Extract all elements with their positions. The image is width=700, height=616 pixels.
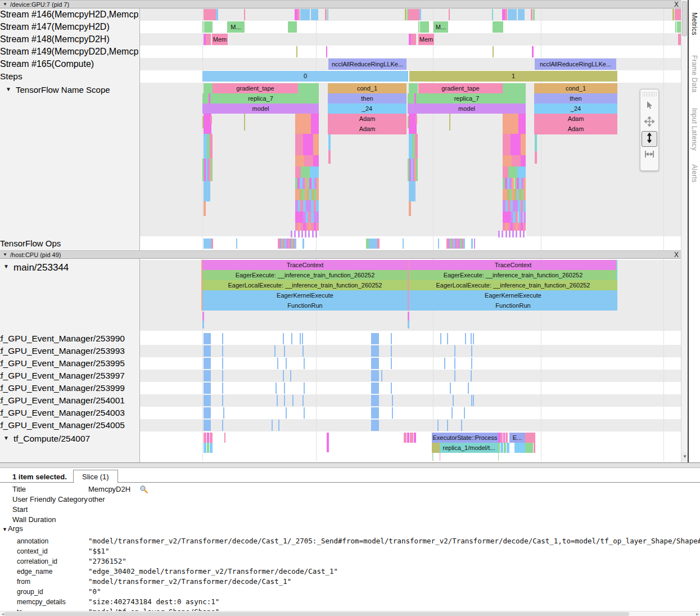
trace-event[interactable]: cond_1 <box>534 83 617 93</box>
trace-event[interactable] <box>210 134 213 159</box>
trace-event[interactable] <box>512 155 521 167</box>
trace-event[interactable] <box>244 9 245 20</box>
trace-event[interactable] <box>525 433 535 443</box>
trace-event[interactable] <box>283 333 284 344</box>
trace-event[interactable] <box>511 212 526 223</box>
trace-event[interactable] <box>414 93 416 104</box>
trace-event[interactable]: ExecutorState::Process <box>432 433 498 443</box>
trace-event[interactable] <box>391 358 392 369</box>
trace-event[interactable] <box>277 395 278 406</box>
trace-event[interactable] <box>207 443 209 453</box>
trace-event[interactable] <box>222 395 223 406</box>
trace-event[interactable] <box>473 395 474 406</box>
trace-event[interactable] <box>369 239 377 249</box>
trace-event[interactable] <box>295 155 304 167</box>
trace-event[interactable] <box>503 167 508 178</box>
trace-event[interactable] <box>301 167 310 178</box>
tab-alerts[interactable]: Alerts <box>690 164 698 182</box>
trace-event[interactable]: TraceContext <box>409 260 617 270</box>
scrollbar-thumb[interactable] <box>682 1 687 36</box>
trace-event[interactable] <box>449 9 450 20</box>
trace-event[interactable] <box>295 167 301 178</box>
trace-event[interactable] <box>503 212 511 223</box>
trace-event[interactable] <box>677 21 681 33</box>
trace-event[interactable] <box>410 433 413 443</box>
trace-event[interactable] <box>302 239 304 249</box>
panel-splitter[interactable] <box>0 462 700 468</box>
trace-event[interactable]: Adam <box>534 114 617 124</box>
trace-event[interactable] <box>503 223 526 231</box>
trace-event[interactable] <box>202 116 204 128</box>
collapse-icon[interactable]: ▼ <box>3 2 7 7</box>
trace-event[interactable] <box>507 443 509 453</box>
trace-event[interactable] <box>440 333 441 344</box>
trace-event[interactable] <box>303 212 319 223</box>
trace-event[interactable] <box>377 239 380 249</box>
trace-event[interactable] <box>204 358 211 369</box>
trace-event[interactable]: FunctionRun <box>202 300 408 311</box>
trace-event[interactable] <box>464 407 465 419</box>
trace-event[interactable] <box>304 383 305 394</box>
trace-event[interactable] <box>409 201 411 216</box>
vertical-zoom-tool-button[interactable] <box>642 131 657 147</box>
trace-event[interactable]: model <box>408 104 526 114</box>
trace-event[interactable] <box>675 21 676 33</box>
trace-event[interactable] <box>204 181 210 201</box>
trace-event[interactable] <box>222 383 223 394</box>
trace-event[interactable] <box>291 231 319 237</box>
trace-event[interactable] <box>222 358 223 369</box>
trace-event[interactable] <box>311 9 318 20</box>
trace-event[interactable] <box>295 212 303 223</box>
trace-event[interactable] <box>204 395 211 406</box>
trace-event[interactable] <box>216 9 218 20</box>
trace-event[interactable] <box>391 333 392 344</box>
trace-event[interactable] <box>236 239 237 249</box>
trace-event[interactable] <box>471 239 473 249</box>
trace-event[interactable] <box>408 260 409 311</box>
trace-event[interactable] <box>500 443 503 453</box>
tab-metrics[interactable]: Metrics <box>690 12 698 35</box>
trace-event[interactable] <box>295 223 319 231</box>
trace-event[interactable] <box>409 83 418 93</box>
trace-event[interactable]: 1 <box>409 71 617 82</box>
trace-event[interactable] <box>210 443 213 453</box>
trace-event[interactable] <box>521 155 526 167</box>
trace-event[interactable] <box>391 345 392 357</box>
trace-event[interactable] <box>291 333 292 344</box>
trace-event[interactable] <box>503 83 526 93</box>
trace-event[interactable] <box>304 407 305 419</box>
trace-event[interactable] <box>473 333 474 344</box>
tab-input-latency[interactable]: Input Latency <box>690 108 698 151</box>
trace-event[interactable] <box>211 239 213 249</box>
trace-event[interactable] <box>414 433 416 443</box>
trace-event[interactable] <box>408 9 419 20</box>
trace-event[interactable]: EagerLocalExecute: __inference_train_fun… <box>202 280 408 290</box>
gpu-row-label[interactable]: TensorFlow Name Scope <box>16 85 110 95</box>
trace-event[interactable] <box>325 9 327 20</box>
trace-event[interactable] <box>223 407 224 419</box>
trace-event[interactable] <box>498 443 500 453</box>
trace-event[interactable]: gradient_tape <box>213 83 298 93</box>
trace-event[interactable] <box>418 21 419 33</box>
trace-event[interactable] <box>304 155 313 167</box>
collapse-icon[interactable]: ▼ <box>3 252 7 257</box>
trace-event[interactable] <box>327 433 329 452</box>
cpu-row-label[interactable]: tf_Compute/254007 <box>13 434 90 444</box>
trace-event[interactable] <box>313 134 319 155</box>
trace-event[interactable] <box>451 407 453 419</box>
trace-event[interactable] <box>204 21 213 33</box>
trace-event[interactable] <box>378 420 379 431</box>
collapse-icon[interactable]: ▼ <box>6 86 11 92</box>
trace-event[interactable] <box>454 370 455 381</box>
trace-event[interactable] <box>202 312 204 321</box>
trace-event[interactable] <box>471 333 472 344</box>
trace-event[interactable] <box>675 9 681 20</box>
trace-event[interactable] <box>503 114 518 134</box>
trace-event[interactable] <box>616 260 617 280</box>
trace-event[interactable]: M... <box>433 21 448 33</box>
trace-event[interactable] <box>204 383 211 394</box>
trace-event[interactable] <box>408 159 418 181</box>
trace-event[interactable] <box>492 9 493 20</box>
trace-event[interactable] <box>416 116 417 124</box>
trace-event[interactable] <box>505 9 507 20</box>
